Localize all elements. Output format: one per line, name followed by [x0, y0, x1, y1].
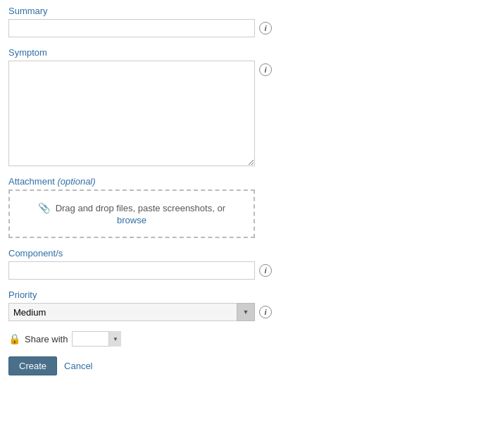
- symptom-field-row: i: [8, 61, 485, 166]
- priority-select[interactable]: Low Medium High Critical: [8, 303, 255, 321]
- components-group: Component/s i: [8, 248, 485, 280]
- attachment-label: Attachment (optional): [8, 176, 485, 187]
- browse-link[interactable]: browse: [18, 215, 245, 225]
- share-select-wrapper: Team Public: [72, 331, 121, 347]
- attachment-dropzone[interactable]: 📎 Drag and drop files, paste screenshots…: [8, 189, 255, 238]
- priority-label: Priority: [8, 290, 485, 300]
- priority-group: Priority Low Medium High Critical i: [8, 290, 485, 321]
- components-info-icon: i: [259, 264, 272, 277]
- priority-field-row: Low Medium High Critical i: [8, 303, 485, 321]
- cancel-button[interactable]: Cancel: [64, 361, 92, 371]
- symptom-label: Symptom: [8, 47, 485, 58]
- attachment-optional: (optional): [57, 176, 95, 187]
- components-label: Component/s: [8, 248, 485, 259]
- components-input[interactable]: [8, 261, 255, 280]
- priority-info-icon: i: [259, 306, 272, 318]
- summary-info-icon: i: [259, 22, 272, 35]
- share-select[interactable]: Team Public: [72, 331, 121, 347]
- button-row: Create Cancel: [8, 356, 485, 375]
- share-row: 🔒 Share with Team Public: [8, 331, 485, 347]
- attachment-drag-text: Drag and drop files, paste screenshots, …: [56, 203, 225, 213]
- attachment-group: Attachment (optional) 📎 Drag and drop fi…: [8, 176, 485, 238]
- symptom-info-icon: i: [259, 63, 272, 76]
- components-field-row: i: [8, 261, 485, 280]
- symptom-input[interactable]: [8, 61, 255, 166]
- paperclip-icon: 📎: [38, 202, 50, 213]
- priority-select-wrapper: Low Medium High Critical: [8, 303, 255, 321]
- summary-group: Summary i: [8, 6, 485, 37]
- create-button[interactable]: Create: [8, 356, 57, 375]
- summary-field-row: i: [8, 19, 485, 37]
- summary-label: Summary: [8, 6, 485, 16]
- symptom-group: Symptom i: [8, 47, 485, 166]
- summary-input[interactable]: [8, 19, 255, 37]
- lock-icon: 🔒: [8, 333, 20, 344]
- share-label: Share with: [25, 334, 68, 344]
